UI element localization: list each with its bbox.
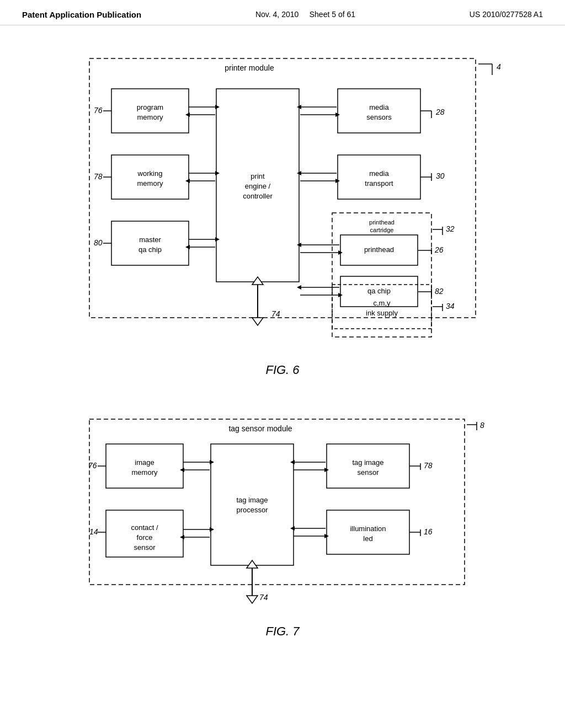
print-engine-label3: controller [243,192,273,200]
fig6-container: printer module 4 program memory working … [56,47,509,386]
fig7-label: FIG. 7 [56,624,509,639]
fig6-ref26: 26 [434,245,444,254]
fig7-diagram: tag sensor module 8 image memory contact… [56,408,509,618]
arrow-pe-to-mqa [185,245,190,249]
tag-image-sensor-label2: sensor [357,468,379,477]
tag-image-processor-box [211,444,294,565]
fig7-ref78: 78 [424,461,433,470]
program-memory-label: program [137,103,163,111]
illumination-led-label: illumination [350,524,386,533]
arrow-wm-to-pe [215,171,220,175]
arrow-im-to-tip [210,460,214,464]
fig6-title-text: FIG. 6 [265,363,299,377]
fig7-ref16: 16 [424,527,433,536]
tag-image-processor-label: tag image [236,496,268,504]
fig6-ref78: 78 [94,172,103,181]
illumination-led-label2: led [363,534,372,543]
fig6-diagram: printer module 4 program memory working … [56,47,509,356]
header-left: Patent Application Publication [22,10,141,19]
working-memory-label2: memory [137,179,163,188]
main-content: printer module 4 program memory working … [0,25,565,670]
arrow-bottom-up [252,277,263,285]
fig7-arrow-down [247,596,258,603]
qa-chip-label: qa chip [367,287,391,295]
ink-supply-label: c,m,y [373,299,391,307]
fig6-ref28: 28 [435,108,445,116]
fig7-title-text: FIG. 7 [265,624,299,638]
fig6-ref80: 80 [94,238,103,247]
header-date: Nov. 4, 2010 [255,10,299,19]
printhead-label: printhead [364,245,394,254]
arrow-pe-to-wm [185,179,190,183]
header-sheet: Sheet 5 of 61 [310,10,355,19]
ink-supply-label2: ink supply [366,309,398,317]
arrow-tip-to-im [180,468,184,472]
fig7-container: tag sensor module 8 image memory contact… [56,408,509,647]
arrow-qa-to-pe [297,285,301,290]
media-sensors-label2: sensors [366,113,392,121]
fig7-ref8: 8 [480,421,484,430]
arrow-pe-to-prog [185,113,190,117]
fig6-ref74: 74 [271,309,280,318]
fig6-module-title: printer module [225,63,274,72]
fig7-arrow-up [247,560,258,568]
printhead-cartridge-title2: cartridge [370,227,394,233]
header-right: US 2010/0277528 A1 [470,10,543,19]
header-patent-number: US 2010/0277528 A1 [470,10,543,19]
image-memory-label: image [135,458,154,467]
page-header: Patent Application Publication Nov. 4, 2… [0,0,565,25]
fig6-ref76-prog: 76 [94,106,103,115]
program-memory-label2: memory [137,113,163,121]
contact-force-label: contact / [131,523,158,532]
fig6-ref32: 32 [446,224,455,233]
master-qa-chip-label: master [139,235,161,244]
header-patent-label: Patent Application Publication [22,10,141,19]
print-engine-label2: engine / [245,182,271,190]
fig6-ref82: 82 [435,287,444,296]
master-qa-chip-label2: qa chip [138,245,162,254]
media-sensors-label: media [369,103,389,111]
print-engine-label: print [250,172,265,180]
contact-force-label2: force [137,533,153,542]
fig7-ref14: 14 [89,527,98,536]
contact-force-label3: sensor [134,543,156,552]
fig7-ref76: 76 [88,461,97,470]
arrow-bottom-down [252,318,263,325]
header-center: Nov. 4, 2010 Sheet 5 of 61 [255,10,355,19]
arrow-prog-to-pe [215,105,220,109]
image-memory-label2: memory [132,468,158,477]
printhead-cartridge-title: printhead [369,219,395,226]
fig6-label: FIG. 6 [56,363,509,377]
fig6-ref4: 4 [497,62,501,71]
arrow-tis-to-tip [290,460,295,464]
arrow-mqa-to-pe [215,237,220,242]
tag-image-processor-label2: processor [236,506,268,514]
tag-image-sensor-label: tag image [352,458,383,467]
fig6-ref30: 30 [436,172,445,180]
arrow-il-to-tip [290,526,295,531]
fig7-module-title: tag sensor module [228,424,292,433]
media-transport-label2: transport [365,179,393,188]
working-memory-label: working [137,169,163,178]
fig7-ref74: 74 [259,593,268,602]
arrow-tip-to-cfs [180,535,184,539]
fig6-ref34: 34 [446,302,455,311]
arrow-cfs-to-tip [210,527,214,532]
media-transport-label: media [369,169,389,178]
